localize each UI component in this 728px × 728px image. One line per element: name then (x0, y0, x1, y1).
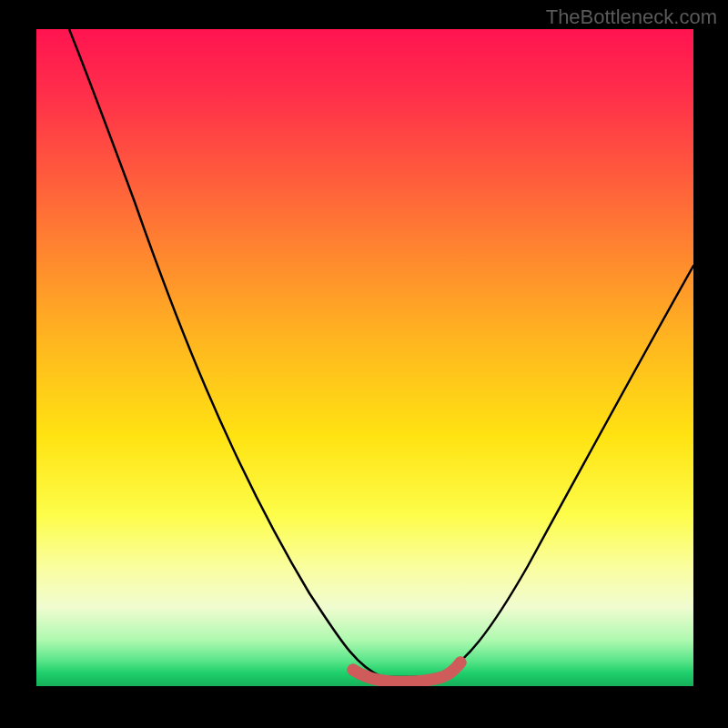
highlight-band (353, 662, 460, 682)
chart-frame: TheBottleneck.com (0, 0, 728, 728)
watermark-text: TheBottleneck.com (546, 5, 717, 29)
highlight-endpoint-left (348, 664, 359, 676)
highlight-endpoint-right (455, 657, 467, 669)
curve-layer (36, 29, 693, 686)
bottleneck-curve (69, 29, 693, 677)
plot-area (36, 29, 693, 686)
